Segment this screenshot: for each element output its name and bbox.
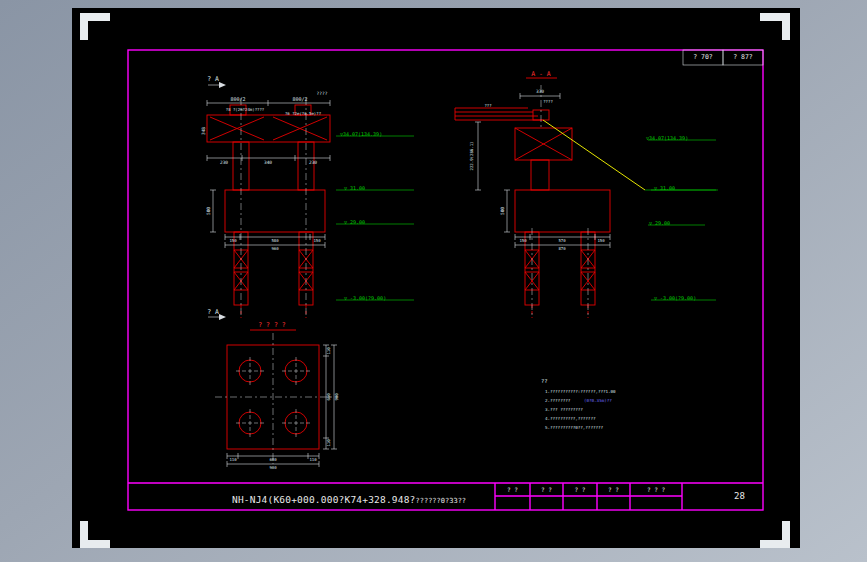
drawing-title-sub: ??????0?33?? [416,497,467,505]
dim: 800/2 [292,97,307,102]
view-label-a-top: ? A [207,76,219,83]
note-line: 2.???????? [545,399,570,403]
page-number: 28 [716,491,763,501]
notes-title: ?? [541,379,548,385]
sheet-stamp-right: ? 87? [723,51,763,64]
titleblock-cell-2: ? ? [530,486,563,493]
drawing-title: NH-NJ4(K60+000.000?K74+328.948???????0?3… [232,488,466,507]
note-line: (0?0.35m)?? [584,399,612,403]
dim: 570 [558,239,565,243]
dim: 150 [229,239,236,243]
sheet-stamp-left: ? 70? [683,51,723,64]
dim: 500 [207,207,212,215]
dim: 110 [327,439,331,446]
dim: 110 [309,458,316,462]
dim: ??? [484,104,491,108]
view-label-a-bottom: ? A [207,309,219,316]
dim: ???? [317,92,328,97]
titleblock-cell-1: ? ? [495,486,530,493]
note-line: 5.??????????0??,??????? [545,426,603,430]
note-line: 4.??????????,??????? [545,417,595,421]
dim: 800/2 [230,97,245,102]
elevation: ▽34.07(134.39) [646,136,688,141]
titleblock-cell-3: ? ? [563,486,597,493]
section-label: A - A [531,71,551,78]
elevation: ▽ 29.00 [344,220,365,225]
dim: 348 [202,127,207,135]
dim: 110 [327,347,331,354]
cad-viewer: ? A????800/2800/2?8 ?(2m?24m)?????6 ?2e(… [0,0,867,562]
dim: ???? [543,100,553,104]
annotation-layer: ? A????800/2800/2?8 ?(2m?24m)?????6 ?2e(… [0,0,867,562]
elevation: ▽ 31.00 [654,186,675,191]
elevation: ▽ 29.00 [649,221,670,226]
elevation: ▽ -3.00(?9.00) [654,296,696,301]
drawing-title-main: NH-NJ4(K60+000.000?K74+328.948? [232,494,416,505]
elevation: ▽ -3.00(?9.00) [344,296,386,301]
dim: ?6 ?2e(?6.5e)?? [285,112,321,116]
dim: 680 [327,393,331,400]
titleblock-cell-4: ? ? [597,486,630,493]
dim: 900 [269,466,276,470]
dim: 580 [271,239,278,243]
dim: 330 [536,90,544,95]
dim: 150 [519,239,526,243]
dim: 900 [335,393,339,400]
dim: 680 [269,458,276,462]
elevation: ▽34.07(134.39) [340,132,382,137]
note-line: 3.??? ????????? [545,408,583,412]
dim: 110 [229,458,236,462]
dim: 230 [309,161,317,166]
dim: 222.9(286.1) [470,142,474,171]
dim: ?8 ?(2m?24m)???? [226,108,265,112]
dim: 500 [501,207,506,215]
dim: 960 [271,247,278,251]
plan-title: ? ? ? ? [258,322,285,329]
dim: 870 [558,247,565,251]
titleblock-cell-5: ? ? ? [630,486,682,493]
dim: 150 [313,239,320,243]
dim: 340 [264,161,272,166]
note-line: 1.???????????:??????,???1.00 [545,390,616,394]
dim: 150 [597,239,604,243]
dim: 230 [220,161,228,166]
elevation: ▽ 31.00 [344,186,365,191]
